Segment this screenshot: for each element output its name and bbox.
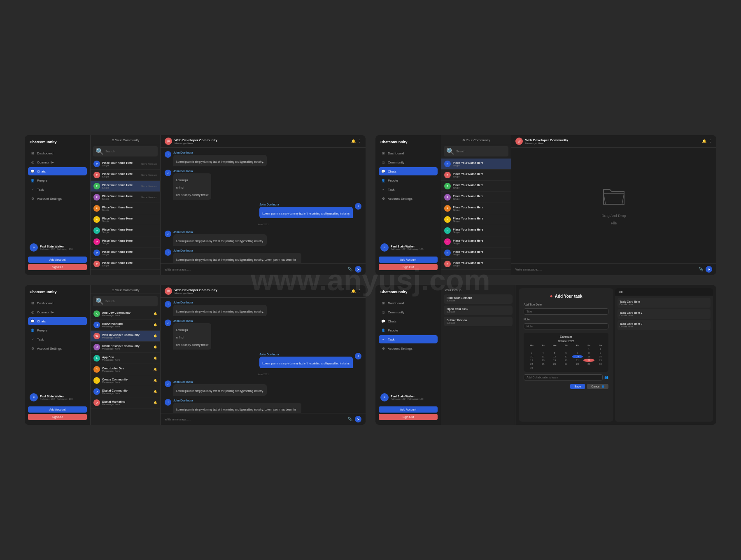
send-button[interactable]: ➤ [355,266,361,273]
task-list-item[interactable]: Submit Review subtask [444,317,513,326]
save-task-button[interactable]: Save [570,384,585,389]
list-item[interactable]: P Place Your Name HereSingle [441,170,511,181]
signout-button-bl[interactable]: Sign Out [28,414,87,420]
add-account-button-bl[interactable]: Add Account [28,406,87,413]
task-card[interactable]: Task Card Item 2 Details here [618,309,711,319]
more-icon-bl[interactable]: ⋮ [358,289,361,293]
cal-selected-day[interactable]: 14 [572,355,583,358]
attachment-icon[interactable]: 📎 [348,267,352,271]
sidebar-dashboard[interactable]: ⊞ Dashboard [28,149,87,157]
msg-avatar: J [165,380,171,387]
attachment-icon-bl[interactable]: 📎 [348,417,352,421]
task-title-input[interactable] [524,308,608,315]
task-card[interactable]: Task Card Item Details here [618,298,711,308]
list-item[interactable]: P Place Your Name HereSingle [441,159,511,170]
message-input[interactable] [165,268,345,271]
search-input-tr[interactable] [456,150,506,153]
sidebar-settings-bl[interactable]: ⚙ Account Settings [28,344,87,352]
search-input[interactable] [105,150,155,153]
sidebar-community-tr[interactable]: ◎ Community [379,158,438,166]
bell-icon[interactable]: 🔔 [351,139,356,143]
list-item[interactable]: P Place Your Name HereSingle Name Here a… [91,192,160,203]
message-input-bl[interactable] [165,418,345,421]
group-item[interactable]: D Digital MarketingMessenger here 🔔 [91,397,160,408]
sidebar-people-br[interactable]: 👤 People [379,326,438,334]
drag-drop-area[interactable]: Drag And Drop File [511,148,716,263]
search-bar-bl[interactable]: 🔍 [93,296,158,306]
sidebar-task-bl[interactable]: ✓ Task [28,335,87,343]
sidebar-people[interactable]: 👤 People [28,176,87,184]
sidebar-dashboard-br[interactable]: ⊞ Dashboard [379,299,438,307]
group-item[interactable]: C Contributor DevMessenger here 🔔 [91,364,160,375]
list-item[interactable]: P Place Your Name HereSingle [91,214,160,225]
bell-icon-tr[interactable]: 🔔 [702,139,706,143]
list-item[interactable]: P Place Your Name HereSingle [91,236,160,247]
sidebar-community[interactable]: ◎ Community [28,158,87,166]
cal-today[interactable]: 22 [583,359,594,362]
list-item[interactable]: P Place Your Name HereSingle [441,203,511,214]
more-icon[interactable]: ⋮ [358,139,361,143]
collab-icon[interactable]: 👥 [604,376,608,379]
signout-button[interactable]: Sign Out [28,264,87,270]
list-item[interactable]: P Place Your Name HereSingle Name Here a… [91,170,160,181]
sidebar-dashboard-tr[interactable]: ⊞ Dashboard [379,149,438,157]
sidebar-task[interactable]: ✓ Task [28,185,87,194]
message-input-tr[interactable] [515,268,696,271]
group-item[interactable]: U UI/UX Designer CommunityMessenger here… [91,342,160,353]
task-note-input[interactable] [524,323,608,329]
send-button-tr[interactable]: ➤ [706,266,712,273]
list-item[interactable]: P Place Your Name HereSingle [441,247,511,259]
task-list-item[interactable]: Find Your Element subtask [444,294,513,304]
add-account-button-br[interactable]: Add Account [379,406,438,413]
sidebar-chats[interactable]: 💬 Chats [28,167,87,175]
send-button-bl[interactable]: ➤ [355,416,361,422]
more-icon-tr[interactable]: ⋮ [708,139,712,143]
sidebar-chats-tr[interactable]: 💬 Chats [379,167,438,175]
add-account-button-tr[interactable]: Add Account [379,257,438,263]
bell-icon-bl[interactable]: 🔔 [351,289,356,293]
community-header-tr: ⊕ Your Community [441,135,511,144]
add-account-button[interactable]: Add Account [28,257,87,263]
sidebar-chats-bl[interactable]: 💬 Chats [28,317,87,325]
list-item[interactable]: P Place Your Name HereSingle [441,181,511,192]
group-item[interactable]: H Hibryt WorkingMessenger here 🔔 [91,320,160,331]
list-item[interactable]: P Place Your Name HereSingle [441,259,511,270]
sidebar-community-bl[interactable]: ◎ Community [28,308,87,316]
sidebar-settings-tr[interactable]: ⚙ Account Settings [379,194,438,203]
list-item[interactable]: P Place Your Name HereSingle [441,225,511,236]
group-item-selected[interactable]: W Web Developer CommunityMessenger here … [91,331,160,342]
sidebar-task-br[interactable]: ✓ Task [379,335,438,343]
group-item[interactable]: D Digital CommunityMessenger here 🔔 [91,386,160,397]
search-bar[interactable]: 🔍 [93,146,158,156]
list-item[interactable]: P Place Your Name HereSingle [91,259,160,270]
list-item[interactable]: P Place Your Name HereSingle [91,225,160,236]
cancel-task-button[interactable]: Cancel 👤 [587,384,608,389]
group-item[interactable]: A App DevMessenger here 🔔 [91,353,160,364]
list-item[interactable]: P Place Your Name HereSingle Name Here a… [91,159,160,170]
sidebar-settings-br[interactable]: ⚙ Account Settings [379,344,438,352]
attachment-icon-tr[interactable]: 📎 [699,267,703,271]
group-item[interactable]: A App Dev CommunityMessenger here 🔔 [91,308,160,320]
collaborations-input[interactable] [524,374,603,380]
sidebar-people-bl[interactable]: 👤 People [28,326,87,334]
sidebar-settings[interactable]: ⚙ Account Settings [28,194,87,203]
sidebar-community-br[interactable]: ◎ Community [379,308,438,316]
sidebar-task-tr[interactable]: ✓ Task [379,185,438,194]
sidebar-dashboard-bl[interactable]: ⊞ Dashboard [28,299,87,307]
signout-button-br[interactable]: Sign Out [379,414,438,420]
list-item[interactable]: P Place Your Name HereSingle [91,247,160,259]
list-item[interactable]: P Place Your Name HereSingle [441,192,511,203]
search-input-bl[interactable] [105,300,155,303]
sidebar-people-tr[interactable]: 👤 People [379,176,438,184]
signout-button-tr[interactable]: Sign Out [379,264,438,270]
sidebar-chats-br[interactable]: 💬 Chats [379,317,438,325]
group-item[interactable]: C Create CommunityMessenger here 🔔 [91,375,160,386]
task-card[interactable]: Task Card Item 3 Details here [618,320,711,330]
list-item[interactable]: P Place Your Name HereSingle [441,214,511,225]
list-item[interactable]: P Place Your Name HereSingle [91,203,160,214]
task-list-item[interactable]: Open Your Task subtask [444,306,513,315]
list-item[interactable]: P Place Your Name HereSingle [441,236,511,247]
search-bar-tr[interactable]: 🔍 [444,146,508,156]
list-item-selected[interactable]: P Place Your Name HereSingle Name Here a… [91,181,160,192]
sidebar-tl: Chatcomunnity ⊞ Dashboard ◎ Community 💬 … [25,135,91,275]
